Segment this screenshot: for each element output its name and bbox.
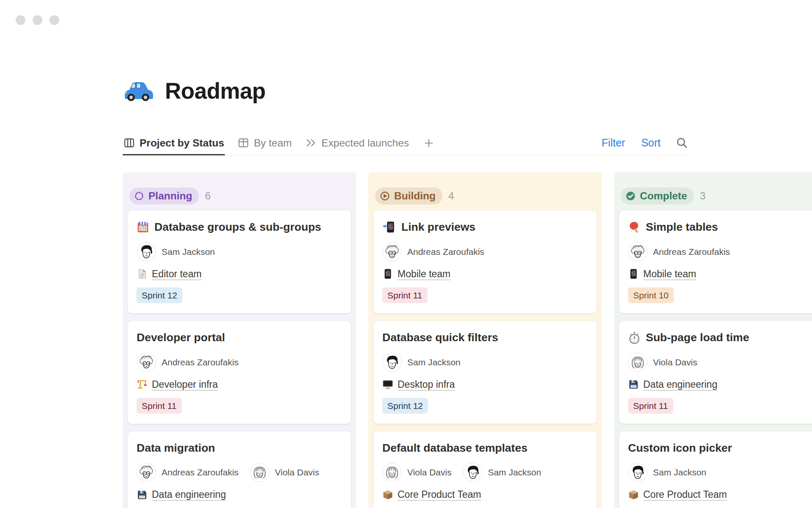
assignee-row: Viola Davis (628, 353, 812, 372)
team-link[interactable]: Desktop infra (398, 379, 455, 390)
assignee-row: Sam Jackson (382, 353, 588, 372)
team-link[interactable]: Mobile team (643, 268, 696, 280)
team-row: Editor team (137, 268, 342, 280)
card-title: Simple tables (628, 221, 812, 234)
ping-pong-emoji-icon (628, 221, 641, 234)
assignee-name: Sam Jackson (653, 467, 706, 478)
assignee-row: Sam Jackson (628, 463, 812, 482)
plus-icon (423, 138, 434, 149)
mobile-phone-icon (628, 268, 639, 279)
tab-by-team[interactable]: By team (237, 131, 293, 155)
assignee: Andreas Zaroufakis (382, 242, 484, 262)
team-link[interactable]: Core Product Team (643, 489, 727, 500)
column-header: Complete 3 (614, 172, 812, 210)
search-button[interactable] (676, 137, 688, 149)
card-title: Data migration (137, 442, 342, 455)
assignee: Sam Jackson (382, 353, 461, 372)
assignee-name: Andreas Zaroufakis (407, 247, 484, 257)
team-link[interactable]: Data engineering (643, 379, 717, 390)
card-data-migration[interactable]: Data migration Andreas Zaroufakis Viola … (128, 431, 351, 508)
tab-label: Project by Status (140, 137, 224, 149)
assignee: Viola Davis (250, 463, 319, 482)
assignee-row: Viola Davis Sam Jackson (382, 463, 588, 482)
sprint-tag: Sprint 11 (137, 398, 182, 414)
card-database-groups[interactable]: Database groups & sub-groups Sam Jackson… (128, 210, 351, 313)
card-default-database-templates[interactable]: Default database templates Viola Davis S… (373, 431, 597, 508)
assignee: Andreas Zaroufakis (628, 242, 730, 262)
view-tab-bar: Project by Status By team Expected launc… (123, 131, 688, 155)
assignee: Viola Davis (382, 463, 452, 482)
team-link[interactable]: Data engineering (152, 489, 226, 500)
team-row: Data engineering (137, 489, 342, 500)
page-header: Roadmap (123, 0, 812, 104)
status-pill-complete[interactable]: Complete (621, 188, 694, 204)
card-link-previews[interactable]: Link previews Andreas Zaroufakis Mobile … (373, 210, 597, 313)
assignee-name: Andreas Zaroufakis (653, 247, 730, 257)
assignee-row: Andreas Zaroufakis (628, 242, 812, 262)
window-dot (49, 15, 59, 25)
column-header: Planning 6 (123, 172, 356, 210)
assignee: Sam Jackson (628, 463, 706, 482)
play-circle-status-icon (379, 190, 390, 202)
assignee-name: Viola Davis (407, 467, 452, 478)
card-custom-icon-picker[interactable]: Custom icon picker Sam Jackson Core Prod… (619, 431, 812, 508)
card-database-quick-filters[interactable]: Database quick filters Sam Jackson Deskt… (373, 321, 597, 424)
stopwatch-emoji-icon (628, 331, 641, 344)
status-pill-planning[interactable]: Planning (129, 188, 199, 204)
phone-with-arrow-emoji-icon (382, 221, 396, 234)
team-row: Mobile team (628, 268, 812, 280)
tab-expected-launches[interactable]: Expected launches (304, 131, 410, 155)
avatar (463, 463, 483, 482)
team-link[interactable]: Developer infra (152, 379, 218, 390)
team-row: Data engineering (628, 379, 812, 390)
assignee-row: Andreas Zaroufakis (382, 242, 588, 262)
convenience-store-emoji-icon (137, 221, 149, 234)
sprint-tag: Sprint 12 (382, 398, 428, 414)
assignee-name: Sam Jackson (488, 467, 541, 478)
sprint-tag: Sprint 12 (137, 287, 182, 303)
filter-button[interactable]: Filter (602, 137, 625, 149)
window-controls (16, 15, 59, 25)
card-title: Database quick filters (382, 331, 588, 345)
team-row: Mobile team (382, 268, 588, 280)
tab-label: Expected launches (321, 137, 409, 149)
mobile-phone-icon (382, 268, 393, 279)
team-link[interactable]: Mobile team (398, 268, 450, 280)
card-title: Database groups & sub-groups (137, 221, 342, 234)
assignee-row: Andreas Zaroufakis Viola Davis (137, 463, 342, 482)
team-row: Desktop infra (382, 379, 588, 390)
sprint-tag: Sprint 11 (382, 287, 428, 303)
add-view-button[interactable] (423, 138, 434, 149)
avatar (628, 242, 647, 262)
table-view-icon (238, 137, 249, 149)
card-simple-tables[interactable]: Simple tables Andreas Zaroufakis Mobile … (619, 210, 812, 313)
team-link[interactable]: Core Product Team (398, 489, 481, 500)
tab-project-by-status[interactable]: Project by Status (123, 131, 225, 155)
page-icon (137, 268, 148, 279)
status-label: Building (394, 190, 436, 202)
status-pill-building[interactable]: Building (375, 188, 442, 204)
column-count: 4 (448, 190, 454, 202)
column-header: Building 4 (368, 172, 602, 210)
column-planning: Planning 6 Database groups & sub-groups … (123, 172, 356, 508)
page-title: Roadmap (165, 78, 266, 104)
double-chevron-icon (305, 137, 317, 149)
assignee: Sam Jackson (463, 463, 541, 482)
assignee: Andreas Zaroufakis (137, 353, 239, 372)
card-sub-page-load-time[interactable]: Sub-page load time Viola Davis Data engi… (619, 321, 812, 424)
blue-car-emoji-icon (123, 77, 154, 104)
card-list: Database groups & sub-groups Sam Jackson… (123, 210, 356, 508)
desktop-computer-icon (382, 379, 393, 390)
assignee-name: Andreas Zaroufakis (162, 467, 239, 478)
avatar (137, 353, 156, 372)
package-icon (382, 489, 393, 500)
team-link[interactable]: Editor team (152, 268, 202, 280)
avatar (628, 353, 647, 372)
status-label: Complete (640, 190, 687, 202)
card-developer-portal[interactable]: Developer portal Andreas Zaroufakis Deve… (128, 321, 351, 424)
floppy-disk-icon (628, 379, 639, 390)
package-icon (628, 489, 639, 500)
check-circle-status-icon (625, 190, 636, 202)
sprint-tag: Sprint 11 (628, 398, 673, 414)
sort-button[interactable]: Sort (641, 137, 661, 149)
